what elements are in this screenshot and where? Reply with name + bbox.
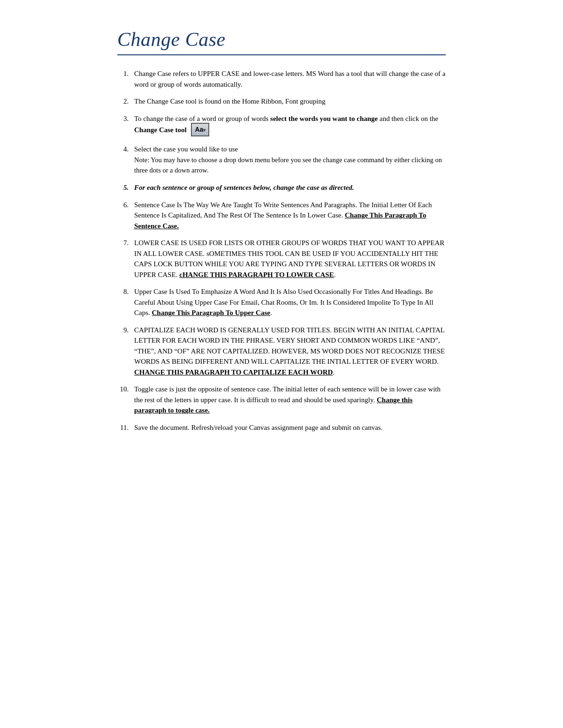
- aa-label: Aa: [195, 126, 203, 133]
- list-item: Change Case refers to UPPER CASE and low…: [130, 68, 446, 90]
- list-item: Sentence Case Is The Way We Are Taught T…: [130, 200, 446, 232]
- item-3-bold: select the words you want to change: [270, 115, 378, 122]
- list-item: The Change Case tool is found on the Hom…: [130, 96, 446, 107]
- list-item: LOWER CASE IS USED FOR LISTS OR OTHER GR…: [130, 238, 446, 280]
- list-item: Save the document. Refresh/reload your C…: [130, 422, 446, 433]
- item-2-text: The Change Case tool is found on the Hom…: [134, 98, 325, 105]
- item-9-end: .: [333, 368, 335, 376]
- title-divider: [117, 54, 446, 55]
- item-7-cta: cHANGE THIS PARAGRAPH TO LOWER CASE: [179, 271, 334, 278]
- list-item: Toggle case is just the opposite of sent…: [130, 384, 446, 416]
- item-4-note: Note: You may have to choose a drop down…: [134, 156, 442, 174]
- item-3-text-start: To change the case of a word or group of…: [134, 115, 270, 122]
- list-item-5: For each sentence or group of sentences …: [130, 182, 446, 193]
- change-case-button[interactable]: Aa▾: [191, 123, 209, 136]
- item-4-main: Select the case you would like to use: [134, 145, 238, 153]
- list-item: CAPITALIZE EACH WORD IS GENERALLY USED F…: [130, 325, 446, 378]
- item-9-cta: CHANGE THIS PARAGRAPH TO CAPITALIZE EACH…: [134, 368, 333, 376]
- main-list: Change Case refers to UPPER CASE and low…: [117, 68, 446, 433]
- item-8-end: .: [270, 309, 272, 316]
- item-11-text: Save the document. Refresh/reload your C…: [134, 424, 382, 431]
- item-9-start: CAPITALIZE EACH WORD IS GENERALLY USED F…: [134, 326, 445, 366]
- item-7-end: .: [334, 271, 336, 278]
- page-container: Change Case Change Case refers to UPPER …: [80, 0, 483, 477]
- item-5-text: For each sentence or group of sentences …: [134, 184, 354, 191]
- item-3-bold2: Change Case tool: [134, 126, 187, 134]
- list-item: Select the case you would like to use No…: [130, 144, 446, 176]
- item-8-cta: Change This Paragraph To Upper Case: [152, 309, 270, 316]
- list-item: Upper Case Is Used To Emphasize A Word A…: [130, 286, 446, 318]
- list-item: To change the case of a word or group of…: [130, 113, 446, 138]
- item-3-text-mid: and then click on the: [378, 115, 438, 122]
- aa-arrow-icon: ▾: [203, 128, 205, 133]
- page-title: Change Case: [117, 28, 446, 51]
- item-1-text: Change Case refers to UPPER CASE and low…: [134, 70, 445, 88]
